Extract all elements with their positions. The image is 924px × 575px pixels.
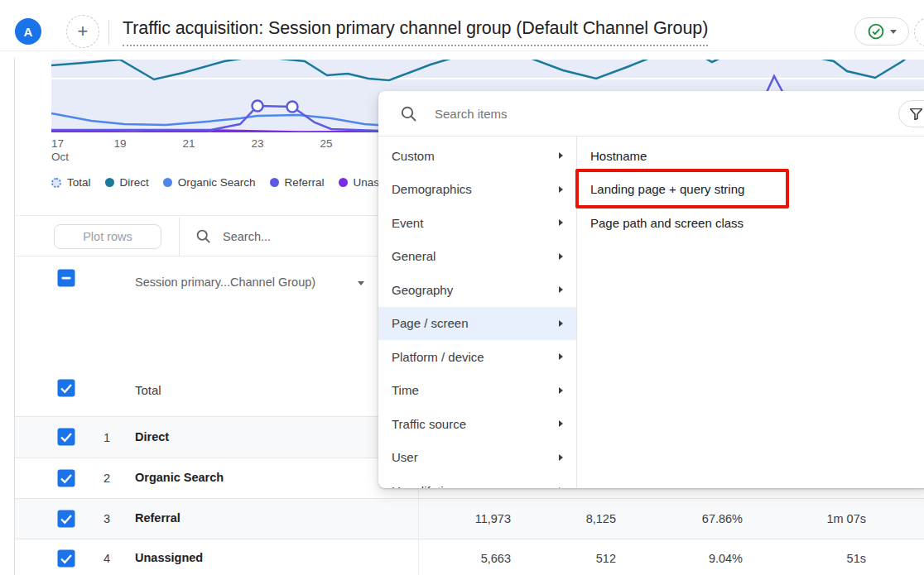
- funnel-filter-icon: [910, 108, 922, 120]
- row-metric-cell: 8,125: [533, 512, 616, 525]
- total-dashed-circle-icon: [51, 178, 61, 188]
- page-title[interactable]: Traffic acquisition: Session primary cha…: [123, 18, 708, 46]
- submenu-arrow-icon: [559, 320, 563, 327]
- row-metric-cell: 9.04%: [646, 552, 743, 565]
- submenu-arrow-icon: [559, 420, 563, 427]
- header-divider: [108, 20, 109, 45]
- submenu-arrow-icon: [559, 353, 563, 360]
- organic-search-series-dot-icon: [163, 178, 172, 187]
- row-channel-name: Referral: [135, 511, 180, 525]
- submenu-arrow-icon: [559, 253, 563, 260]
- annotation-red-highlight-box: [575, 169, 789, 208]
- submenu-arrow-icon: [559, 152, 563, 159]
- legend-item-referral[interactable]: Referral: [270, 176, 325, 189]
- category-time[interactable]: Time: [378, 374, 576, 408]
- dimension-page-path-screen-class[interactable]: Page path and screen class: [577, 206, 924, 240]
- row-metric-cell: 1m 07s: [767, 512, 866, 525]
- dimension-picker-panel: Custom Demographics Event General Geogra…: [378, 91, 924, 488]
- card-left-border: [14, 58, 15, 575]
- row-metric-cell: 512: [533, 552, 616, 565]
- category-geography[interactable]: Geography: [378, 273, 576, 307]
- row-channel-name: Direct: [135, 430, 169, 443]
- category-traffic-source[interactable]: Traffic source: [378, 407, 576, 441]
- legend-item-direct[interactable]: Direct: [105, 176, 149, 189]
- direct-series-dot-icon: [105, 178, 114, 187]
- green-check-circle-icon: [868, 23, 884, 40]
- panel-search-bar: [378, 91, 924, 137]
- search-icon: [195, 228, 212, 248]
- submenu-arrow-icon: [559, 487, 563, 488]
- row-metric-cell: 51s: [767, 552, 866, 565]
- category-user-lifetime[interactable]: User lifetime: [378, 474, 576, 488]
- total-row-checkbox[interactable]: [57, 379, 75, 397]
- row-checkbox[interactable]: [57, 549, 75, 568]
- submenu-arrow-icon: [559, 219, 563, 226]
- row-index: 2: [77, 472, 110, 485]
- row-metric-cell: 67.86%: [646, 512, 743, 525]
- table-row[interactable]: 4 Unassigned 5,663 512 9.04% 51s: [14, 539, 924, 575]
- submenu-arrow-icon: [559, 186, 563, 193]
- dimension-column-header[interactable]: Session primary...Channel Group): [135, 276, 315, 289]
- toolbar-divider: [179, 218, 180, 256]
- category-general[interactable]: General: [378, 240, 576, 274]
- x-axis-tick-25: 25: [314, 137, 339, 150]
- select-all-checkbox-indeterminate[interactable]: [57, 269, 75, 287]
- submenu-arrow-icon: [559, 387, 563, 394]
- row-channel-name: Unassigned: [135, 551, 203, 564]
- submenu-arrow-icon: [559, 454, 563, 461]
- search-icon: [400, 105, 418, 127]
- category-demographics[interactable]: Demographics: [378, 173, 576, 207]
- x-axis-tick-21: 21: [176, 137, 201, 150]
- legend-item-organic-search[interactable]: Organic Search: [163, 176, 256, 189]
- category-platform-device[interactable]: Platform / device: [378, 340, 576, 374]
- x-axis-tick-23: 23: [245, 137, 270, 150]
- chevron-down-icon: [890, 30, 897, 34]
- row-channel-name: Organic Search: [135, 471, 224, 484]
- analytics-report-page: 17 Oct 19 21 23 25 Total Direct Organic …: [0, 0, 924, 575]
- category-custom[interactable]: Custom: [378, 139, 576, 173]
- referral-data-point-marker[interactable]: [253, 101, 263, 112]
- category-event[interactable]: Event: [378, 206, 576, 240]
- referral-data-point-marker[interactable]: [287, 102, 298, 113]
- chart-legend: Total Direct Organic Search Referral Una…: [51, 176, 412, 189]
- row-checkbox[interactable]: [57, 428, 75, 446]
- category-user[interactable]: User: [378, 441, 576, 475]
- plot-rows-button[interactable]: Plot rows: [54, 224, 161, 249]
- dimension-category-list: Custom Demographics Event General Geogra…: [378, 137, 577, 488]
- unassigned-series-dot-icon: [339, 178, 348, 187]
- referral-series-dot-icon: [270, 178, 279, 187]
- row-index: 3: [77, 512, 110, 525]
- panel-search-input[interactable]: [435, 102, 749, 125]
- add-comparison-button[interactable]: +: [66, 15, 99, 48]
- header-edge-button[interactable]: [914, 17, 924, 47]
- app-header: A + Traffic acquisition: Session primary…: [0, 0, 924, 51]
- data-quality-button[interactable]: [854, 17, 909, 46]
- total-row-label: Total: [135, 383, 161, 397]
- row-checkbox[interactable]: [57, 510, 75, 528]
- row-metric-cell: 5,663: [414, 552, 511, 565]
- category-page-screen[interactable]: Page / screen: [378, 307, 576, 341]
- series-direct-line: [51, 60, 924, 80]
- row-checkbox[interactable]: [57, 469, 75, 487]
- filter-button[interactable]: [898, 100, 924, 127]
- dimension-hostname[interactable]: Hostname: [577, 139, 924, 173]
- table-search-input[interactable]: [223, 226, 372, 247]
- row-index: 1: [77, 431, 110, 444]
- table-row[interactable]: 3 Referral 11,973 8,125 67.86% 1m 07s: [14, 498, 924, 539]
- row-index: 4: [77, 552, 110, 565]
- x-axis-tick-19: 19: [108, 137, 132, 150]
- dimension-header-caret-icon[interactable]: [358, 281, 364, 285]
- legend-item-total[interactable]: Total: [51, 176, 91, 189]
- avatar[interactable]: A: [15, 18, 41, 45]
- x-axis-tick-17-oct: 17 Oct: [51, 137, 84, 163]
- row-metric-cell: 11,973: [414, 512, 511, 525]
- submenu-arrow-icon: [559, 286, 563, 293]
